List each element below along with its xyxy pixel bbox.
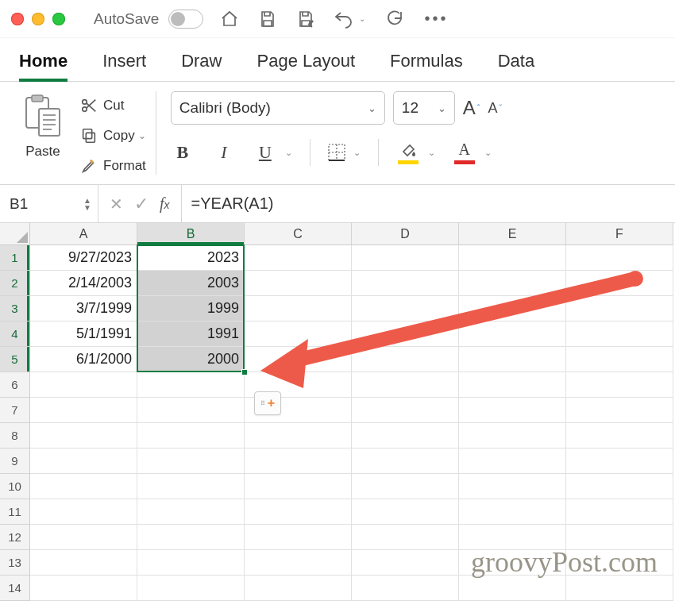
row-header[interactable]: 6: [0, 372, 30, 398]
increase-font-button[interactable]: Aˆ: [463, 97, 480, 119]
chevron-down-icon[interactable]: ⌄: [353, 148, 361, 158]
cell[interactable]: [566, 271, 673, 296]
qat-more-icon[interactable]: •••: [424, 10, 448, 28]
tab-insert[interactable]: Insert: [102, 51, 146, 81]
cell[interactable]: [137, 474, 245, 499]
cell[interactable]: [566, 576, 673, 601]
tab-data[interactable]: Data: [498, 51, 534, 81]
row-header[interactable]: 9: [0, 449, 30, 474]
fill-color-button[interactable]: [396, 142, 420, 163]
cell[interactable]: [137, 525, 245, 550]
cell[interactable]: [245, 525, 352, 550]
cell[interactable]: [352, 474, 459, 499]
cell[interactable]: [566, 296, 673, 321]
cell[interactable]: [30, 576, 137, 601]
cell[interactable]: [459, 449, 566, 474]
cell[interactable]: [245, 296, 352, 321]
column-header[interactable]: E: [459, 223, 566, 245]
cell[interactable]: [30, 398, 137, 423]
cell[interactable]: 6/1/2000: [30, 347, 137, 372]
row-header[interactable]: 12: [0, 525, 30, 550]
save-as-icon[interactable]: [295, 9, 316, 29]
spreadsheet-grid[interactable]: ABCDEF19/27/2023202322/14/2003200333/7/1…: [0, 223, 675, 601]
undo-icon[interactable]: [334, 9, 354, 29]
fill-handle[interactable]: [241, 369, 248, 375]
cell[interactable]: [137, 398, 245, 423]
cell[interactable]: [566, 449, 673, 474]
row-header[interactable]: 4: [0, 321, 30, 347]
cell[interactable]: [137, 372, 245, 398]
cell[interactable]: [566, 321, 673, 347]
underline-button[interactable]: U: [253, 142, 277, 163]
cell[interactable]: 1991: [137, 321, 245, 347]
cell[interactable]: [245, 423, 352, 449]
cell[interactable]: [245, 271, 352, 296]
cell[interactable]: [352, 271, 459, 296]
cell[interactable]: [352, 499, 459, 525]
cell[interactable]: [352, 245, 459, 271]
cut-button[interactable]: Cut: [79, 93, 146, 118]
select-all-corner[interactable]: [0, 223, 30, 245]
cell[interactable]: [352, 321, 459, 347]
copy-button[interactable]: Copy ⌄: [79, 123, 146, 148]
name-box-stepper[interactable]: ▲▼: [83, 197, 91, 211]
font-size-select[interactable]: 12 ⌄: [393, 91, 455, 125]
undo-dropdown-icon[interactable]: ⌄: [359, 14, 365, 23]
column-header[interactable]: A: [30, 223, 137, 245]
row-header[interactable]: 10: [0, 474, 30, 499]
cell[interactable]: 2023: [137, 245, 245, 271]
row-header[interactable]: 7: [0, 398, 30, 423]
cell[interactable]: [137, 423, 245, 449]
tab-formulas[interactable]: Formulas: [390, 51, 463, 81]
cell[interactable]: [352, 423, 459, 449]
cell[interactable]: [459, 321, 566, 347]
italic-button[interactable]: I: [212, 142, 236, 163]
row-header[interactable]: 14: [0, 576, 30, 601]
autosave-toggle[interactable]: [168, 10, 203, 29]
cell[interactable]: [566, 423, 673, 449]
font-name-select[interactable]: Calibri (Body) ⌄: [171, 91, 385, 125]
cell[interactable]: [459, 474, 566, 499]
redo-icon[interactable]: [383, 9, 403, 29]
fx-icon[interactable]: fx: [160, 194, 170, 213]
row-header[interactable]: 5: [0, 347, 30, 372]
cell[interactable]: [245, 550, 352, 576]
formula-input[interactable]: =YEAR(A1): [181, 185, 675, 222]
cell[interactable]: [245, 347, 352, 372]
minimize-window-button[interactable]: [32, 13, 44, 25]
cell[interactable]: [459, 372, 566, 398]
cell[interactable]: [566, 245, 673, 271]
column-header[interactable]: C: [245, 223, 352, 245]
cell[interactable]: [352, 398, 459, 423]
row-header[interactable]: 1: [0, 245, 30, 271]
cell[interactable]: 3/7/1999: [30, 296, 137, 321]
cell[interactable]: [352, 296, 459, 321]
cell[interactable]: [352, 372, 459, 398]
cancel-formula-button[interactable]: ✕: [110, 194, 123, 214]
cell[interactable]: [245, 321, 352, 347]
format-painter-button[interactable]: Format: [79, 153, 146, 179]
cell[interactable]: [459, 423, 566, 449]
cell[interactable]: 1999: [137, 296, 245, 321]
bold-button[interactable]: B: [171, 142, 195, 163]
cell[interactable]: [566, 347, 673, 372]
cell[interactable]: [459, 271, 566, 296]
cell[interactable]: [566, 499, 673, 525]
cell[interactable]: [30, 525, 137, 550]
cell[interactable]: [566, 474, 673, 499]
cell[interactable]: [30, 449, 137, 474]
column-header[interactable]: F: [566, 223, 673, 245]
cell[interactable]: [459, 347, 566, 372]
cell[interactable]: [245, 449, 352, 474]
name-box[interactable]: B1 ▲▼: [0, 185, 98, 222]
cell[interactable]: [30, 499, 137, 525]
cell[interactable]: [352, 347, 459, 372]
cell[interactable]: [566, 372, 673, 398]
cell[interactable]: [245, 474, 352, 499]
cell[interactable]: 2000: [137, 347, 245, 372]
column-header[interactable]: D: [352, 223, 459, 245]
cell[interactable]: [30, 372, 137, 398]
cell[interactable]: 2003: [137, 271, 245, 296]
cell[interactable]: 2/14/2003: [30, 271, 137, 296]
autofill-options-button[interactable]: ⠿+: [254, 391, 281, 415]
